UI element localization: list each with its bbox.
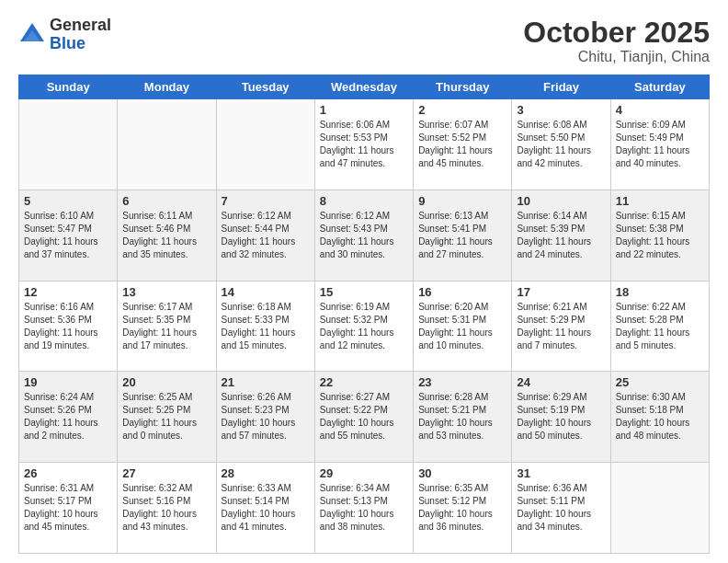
weekday-header-row: SundayMondayTuesdayWednesdayThursdayFrid… (19, 75, 710, 99)
day-number: 1 (320, 103, 408, 117)
calendar-cell (216, 99, 314, 190)
calendar-cell: 5Sunrise: 6:10 AM Sunset: 5:47 PM Daylig… (19, 190, 118, 281)
day-number: 19 (24, 375, 112, 389)
day-info: Sunrise: 6:12 AM Sunset: 5:44 PM Dayligh… (222, 210, 310, 261)
day-number: 27 (122, 466, 210, 480)
weekday-header-friday: Friday (512, 75, 610, 99)
day-number: 20 (122, 375, 210, 389)
day-info: Sunrise: 6:14 AM Sunset: 5:39 PM Dayligh… (517, 210, 605, 261)
calendar-cell (118, 99, 216, 190)
calendar-cell: 15Sunrise: 6:19 AM Sunset: 5:32 PM Dayli… (314, 281, 413, 372)
logo-general: General (50, 17, 111, 35)
calendar-cell: 19Sunrise: 6:24 AM Sunset: 5:26 PM Dayli… (19, 372, 118, 463)
week-row-4: 19Sunrise: 6:24 AM Sunset: 5:26 PM Dayli… (19, 372, 710, 463)
day-number: 14 (222, 285, 310, 299)
calendar-cell: 4Sunrise: 6:09 AM Sunset: 5:49 PM Daylig… (610, 99, 709, 190)
day-number: 31 (517, 466, 605, 480)
location: Chitu, Tianjin, China (523, 49, 710, 65)
calendar-cell: 25Sunrise: 6:30 AM Sunset: 5:18 PM Dayli… (610, 372, 709, 463)
calendar-cell: 1Sunrise: 6:06 AM Sunset: 5:53 PM Daylig… (314, 99, 413, 190)
weekday-header-tuesday: Tuesday (216, 75, 314, 99)
day-info: Sunrise: 6:18 AM Sunset: 5:33 PM Dayligh… (222, 301, 310, 352)
weekday-header-wednesday: Wednesday (314, 75, 413, 99)
calendar-cell: 27Sunrise: 6:32 AM Sunset: 5:16 PM Dayli… (118, 463, 216, 554)
weekday-header-monday: Monday (118, 75, 216, 99)
calendar-cell: 31Sunrise: 6:36 AM Sunset: 5:11 PM Dayli… (512, 463, 610, 554)
calendar-cell (610, 463, 709, 554)
calendar-cell: 17Sunrise: 6:21 AM Sunset: 5:29 PM Dayli… (512, 281, 610, 372)
logo-text: General Blue (50, 17, 111, 53)
day-info: Sunrise: 6:30 AM Sunset: 5:18 PM Dayligh… (616, 391, 704, 442)
day-number: 10 (517, 194, 605, 208)
day-info: Sunrise: 6:25 AM Sunset: 5:25 PM Dayligh… (122, 391, 210, 442)
day-info: Sunrise: 6:11 AM Sunset: 5:46 PM Dayligh… (122, 210, 210, 261)
day-info: Sunrise: 6:26 AM Sunset: 5:23 PM Dayligh… (222, 391, 310, 442)
calendar: SundayMondayTuesdayWednesdayThursdayFrid… (18, 75, 710, 554)
day-number: 5 (24, 194, 112, 208)
day-number: 3 (517, 103, 605, 117)
day-number: 28 (222, 466, 310, 480)
calendar-cell: 8Sunrise: 6:12 AM Sunset: 5:43 PM Daylig… (314, 190, 413, 281)
week-row-1: 1Sunrise: 6:06 AM Sunset: 5:53 PM Daylig… (19, 99, 710, 190)
logo-blue: Blue (50, 35, 111, 53)
day-number: 15 (320, 285, 408, 299)
day-info: Sunrise: 6:13 AM Sunset: 5:41 PM Dayligh… (418, 210, 506, 261)
day-info: Sunrise: 6:34 AM Sunset: 5:13 PM Dayligh… (320, 482, 408, 534)
day-number: 9 (418, 194, 506, 208)
day-number: 25 (616, 375, 704, 389)
day-info: Sunrise: 6:21 AM Sunset: 5:29 PM Dayligh… (517, 301, 605, 352)
calendar-cell: 2Sunrise: 6:07 AM Sunset: 5:52 PM Daylig… (414, 99, 512, 190)
calendar-cell: 6Sunrise: 6:11 AM Sunset: 5:46 PM Daylig… (118, 190, 216, 281)
day-info: Sunrise: 6:12 AM Sunset: 5:43 PM Dayligh… (320, 210, 408, 261)
calendar-cell: 10Sunrise: 6:14 AM Sunset: 5:39 PM Dayli… (512, 190, 610, 281)
calendar-cell: 28Sunrise: 6:33 AM Sunset: 5:14 PM Dayli… (216, 463, 314, 554)
day-number: 30 (418, 466, 506, 480)
day-info: Sunrise: 6:29 AM Sunset: 5:19 PM Dayligh… (517, 391, 605, 442)
day-number: 17 (517, 285, 605, 299)
day-info: Sunrise: 6:19 AM Sunset: 5:32 PM Dayligh… (320, 301, 408, 352)
day-number: 16 (418, 285, 506, 299)
calendar-cell: 16Sunrise: 6:20 AM Sunset: 5:31 PM Dayli… (414, 281, 512, 372)
day-number: 13 (122, 285, 210, 299)
day-info: Sunrise: 6:33 AM Sunset: 5:14 PM Dayligh… (222, 482, 310, 534)
day-info: Sunrise: 6:06 AM Sunset: 5:53 PM Dayligh… (320, 119, 408, 170)
week-row-3: 12Sunrise: 6:16 AM Sunset: 5:36 PM Dayli… (19, 281, 710, 372)
day-info: Sunrise: 6:10 AM Sunset: 5:47 PM Dayligh… (24, 210, 112, 261)
day-info: Sunrise: 6:32 AM Sunset: 5:16 PM Dayligh… (122, 482, 210, 534)
title-area: October 2025 Chitu, Tianjin, China (523, 17, 710, 65)
calendar-cell: 14Sunrise: 6:18 AM Sunset: 5:33 PM Dayli… (216, 281, 314, 372)
day-info: Sunrise: 6:20 AM Sunset: 5:31 PM Dayligh… (418, 301, 506, 352)
day-info: Sunrise: 6:35 AM Sunset: 5:12 PM Dayligh… (418, 482, 506, 534)
calendar-cell: 20Sunrise: 6:25 AM Sunset: 5:25 PM Dayli… (118, 372, 216, 463)
weekday-header-thursday: Thursday (414, 75, 512, 99)
calendar-cell: 24Sunrise: 6:29 AM Sunset: 5:19 PM Dayli… (512, 372, 610, 463)
day-number: 29 (320, 466, 408, 480)
day-info: Sunrise: 6:27 AM Sunset: 5:22 PM Dayligh… (320, 391, 408, 442)
day-info: Sunrise: 6:07 AM Sunset: 5:52 PM Dayligh… (418, 119, 506, 170)
day-info: Sunrise: 6:16 AM Sunset: 5:36 PM Dayligh… (24, 301, 112, 352)
day-info: Sunrise: 6:22 AM Sunset: 5:28 PM Dayligh… (616, 301, 704, 352)
header: General Blue October 2025 Chitu, Tianjin… (18, 17, 710, 65)
calendar-cell: 22Sunrise: 6:27 AM Sunset: 5:22 PM Dayli… (314, 372, 413, 463)
calendar-cell: 11Sunrise: 6:15 AM Sunset: 5:38 PM Dayli… (610, 190, 709, 281)
calendar-cell: 26Sunrise: 6:31 AM Sunset: 5:17 PM Dayli… (19, 463, 118, 554)
day-number: 11 (616, 194, 704, 208)
week-row-2: 5Sunrise: 6:10 AM Sunset: 5:47 PM Daylig… (19, 190, 710, 281)
calendar-cell: 23Sunrise: 6:28 AM Sunset: 5:21 PM Dayli… (414, 372, 512, 463)
logo-icon (18, 21, 46, 49)
day-number: 18 (616, 285, 704, 299)
day-number: 2 (418, 103, 506, 117)
day-number: 21 (222, 375, 310, 389)
week-row-5: 26Sunrise: 6:31 AM Sunset: 5:17 PM Dayli… (19, 463, 710, 554)
day-number: 4 (616, 103, 704, 117)
day-number: 23 (418, 375, 506, 389)
calendar-cell: 18Sunrise: 6:22 AM Sunset: 5:28 PM Dayli… (610, 281, 709, 372)
day-info: Sunrise: 6:09 AM Sunset: 5:49 PM Dayligh… (616, 119, 704, 170)
day-number: 24 (517, 375, 605, 389)
day-info: Sunrise: 6:24 AM Sunset: 5:26 PM Dayligh… (24, 391, 112, 442)
day-number: 26 (24, 466, 112, 480)
calendar-cell: 12Sunrise: 6:16 AM Sunset: 5:36 PM Dayli… (19, 281, 118, 372)
day-info: Sunrise: 6:17 AM Sunset: 5:35 PM Dayligh… (122, 301, 210, 352)
calendar-cell: 21Sunrise: 6:26 AM Sunset: 5:23 PM Dayli… (216, 372, 314, 463)
page: General Blue October 2025 Chitu, Tianjin… (0, 0, 728, 563)
